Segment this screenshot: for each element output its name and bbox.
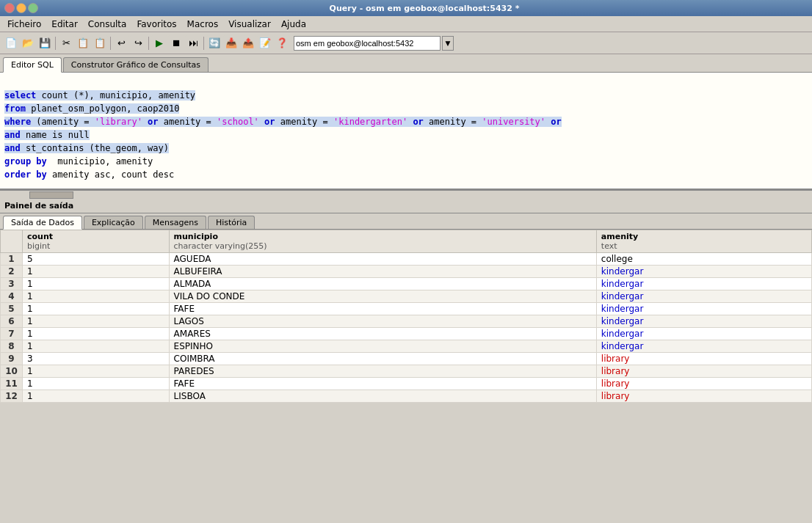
cell-rownum: 8 xyxy=(1,340,23,353)
table-row: 121LISBOAlibrary xyxy=(1,390,812,403)
cell-rownum: 10 xyxy=(1,365,23,378)
cell-amenity: kindergar xyxy=(596,290,811,303)
menu-favoritos[interactable]: Favoritos xyxy=(132,18,181,31)
cell-rownum: 3 xyxy=(1,278,23,290)
col-municipio-header: municipio character varying(255) xyxy=(169,230,596,253)
window-title: Query - osm em geobox@localhost:5432 * xyxy=(41,4,808,13)
cell-count: 1 xyxy=(23,303,170,315)
table-row: 31ALMADAkindergar xyxy=(1,278,812,290)
menu-ajuda[interactable]: Ajuda xyxy=(277,18,311,31)
titlebar: Query - osm em geobox@localhost:5432 * xyxy=(0,0,812,16)
cell-amenity: kindergar xyxy=(596,303,811,315)
cell-municipio: VILA DO CONDE xyxy=(169,290,596,303)
tab-output-data[interactable]: Saída de Dados xyxy=(3,216,82,230)
cell-count: 1 xyxy=(23,290,170,303)
data-grid-container[interactable]: count bigint municipio character varying… xyxy=(0,230,812,523)
menu-visualizar[interactable]: Visualizar xyxy=(224,18,275,31)
cell-rownum: 11 xyxy=(1,378,23,390)
cell-municipio: PAREDES xyxy=(169,365,596,378)
col-amenity-header: amenity text xyxy=(596,230,811,253)
menu-ficheiro[interactable]: Ficheiro xyxy=(3,18,46,31)
window-controls[interactable] xyxy=(4,3,38,13)
cell-amenity: library xyxy=(596,378,811,390)
panel-label: Painel de saída xyxy=(0,199,812,213)
connection-select[interactable] xyxy=(294,36,441,51)
toolbar-redo[interactable]: ↪ xyxy=(130,35,146,51)
output-tabbar: Saída de Dados Explicação Mensagens Hist… xyxy=(0,213,812,230)
editor-section: Editor SQL Construtor Gráfico de Consult… xyxy=(0,54,812,199)
tab-sql-editor[interactable]: Editor SQL xyxy=(3,57,62,73)
toolbar-explain[interactable]: ⏭ xyxy=(185,35,201,51)
minimize-button[interactable] xyxy=(16,3,26,13)
cell-count: 1 xyxy=(23,365,170,378)
cell-count: 3 xyxy=(23,353,170,365)
toolbar-stop[interactable]: ⏹ xyxy=(168,35,184,51)
data-grid: count bigint municipio character varying… xyxy=(0,230,812,403)
table-row: 71AMARESkindergar xyxy=(1,328,812,340)
cell-municipio: LAGOS xyxy=(169,315,596,328)
cell-count: 1 xyxy=(23,390,170,403)
cell-count: 1 xyxy=(23,328,170,340)
cell-amenity: kindergar xyxy=(596,278,811,290)
cell-municipio: ESPINHO xyxy=(169,340,596,353)
toolbar-open[interactable]: 📂 xyxy=(20,35,36,51)
cell-municipio: LISBOA xyxy=(169,390,596,403)
toolbar-run[interactable]: ▶ xyxy=(151,35,167,51)
toolbar-sep-4 xyxy=(203,37,204,50)
toolbar-help[interactable]: ❓ xyxy=(274,35,290,51)
toolbar-paste[interactable]: 📋 xyxy=(92,35,108,51)
table-row: 51FAFEkindergar xyxy=(1,303,812,315)
toolbar-copy[interactable]: 📋 xyxy=(75,35,91,51)
menu-macros[interactable]: Macros xyxy=(183,18,223,31)
sql-editor[interactable]: select count (*), municipio, amenity fro… xyxy=(0,73,812,190)
toolbar-import[interactable]: 📥 xyxy=(223,35,239,51)
toolbar-export[interactable]: 📤 xyxy=(240,35,256,51)
cell-amenity: kindergar xyxy=(596,315,811,328)
main-container: Editor SQL Construtor Gráfico de Consult… xyxy=(0,54,812,523)
scrollbar-thumb-h[interactable] xyxy=(29,191,73,199)
menu-consulta[interactable]: Consulta xyxy=(84,18,131,31)
table-row: 21ALBUFEIRAkindergar xyxy=(1,266,812,278)
cell-rownum: 5 xyxy=(1,303,23,315)
table-row: 15AGUEDAcollege xyxy=(1,253,812,266)
cell-count: 5 xyxy=(23,253,170,266)
close-button[interactable] xyxy=(4,3,15,13)
table-row: 41VILA DO CONDEkindergar xyxy=(1,290,812,303)
tab-history[interactable]: História xyxy=(208,216,255,229)
cell-amenity: kindergar xyxy=(596,266,811,278)
cell-municipio: AMARES xyxy=(169,328,596,340)
cell-rownum: 6 xyxy=(1,315,23,328)
toolbar-save[interactable]: 💾 xyxy=(37,35,53,51)
tab-messages[interactable]: Mensagens xyxy=(145,216,206,229)
editor-tabbar: Editor SQL Construtor Gráfico de Consult… xyxy=(0,54,812,73)
cell-rownum: 12 xyxy=(1,390,23,403)
tab-explanation[interactable]: Explicação xyxy=(84,216,143,229)
toolbar-edit[interactable]: 📝 xyxy=(257,35,273,51)
menu-editar[interactable]: Editar xyxy=(47,18,82,31)
connection-dropdown-btn[interactable]: ▼ xyxy=(442,36,454,51)
toolbar-refresh[interactable]: 🔄 xyxy=(206,35,222,51)
toolbar-connection: ▼ xyxy=(294,36,454,51)
menubar: Ficheiro Editar Consulta Favoritos Macro… xyxy=(0,16,812,32)
table-row: 101PAREDESlibrary xyxy=(1,365,812,378)
col-rownum xyxy=(1,230,23,253)
cell-rownum: 4 xyxy=(1,290,23,303)
cell-amenity: college xyxy=(596,253,811,266)
output-section: Saída de Dados Explicação Mensagens Hist… xyxy=(0,213,812,523)
cell-rownum: 1 xyxy=(1,253,23,266)
toolbar-new[interactable]: 📄 xyxy=(3,35,19,51)
tab-graphical-builder[interactable]: Construtor Gráfico de Consultas xyxy=(63,57,209,72)
toolbar-cut[interactable]: ✂ xyxy=(58,35,74,51)
cell-municipio: ALMADA xyxy=(169,278,596,290)
toolbar-undo[interactable]: ↩ xyxy=(113,35,129,51)
cell-amenity: kindergar xyxy=(596,340,811,353)
cell-count: 1 xyxy=(23,378,170,390)
table-row: 93COIMBRAlibrary xyxy=(1,353,812,365)
table-row: 111FAFElibrary xyxy=(1,378,812,390)
cell-municipio: COIMBRA xyxy=(169,353,596,365)
grid-body: 15AGUEDAcollege21ALBUFEIRAkindergar31ALM… xyxy=(1,253,812,403)
maximize-button[interactable] xyxy=(28,3,38,13)
editor-scrollbar-h[interactable] xyxy=(0,190,812,199)
cell-amenity: kindergar xyxy=(596,328,811,340)
cell-municipio: ALBUFEIRA xyxy=(169,266,596,278)
